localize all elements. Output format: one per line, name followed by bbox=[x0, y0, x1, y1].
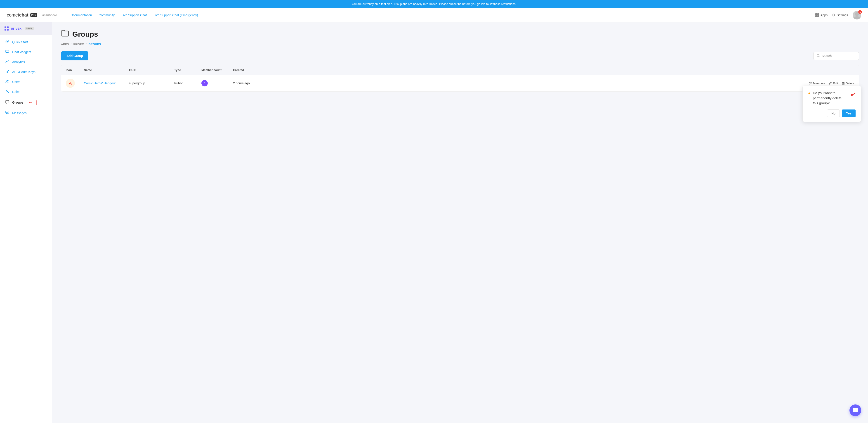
scribble-arrow-popup: ↙ bbox=[849, 90, 857, 98]
breadcrumb-groups: GROUPS bbox=[88, 43, 101, 46]
sidebar-label-messages: Messages bbox=[12, 111, 27, 115]
add-group-button[interactable]: Add Group bbox=[61, 51, 88, 60]
sidebar-app-name: privex bbox=[11, 26, 22, 31]
sidebar-label-analytics: Analytics bbox=[12, 60, 25, 64]
members-button[interactable]: Members bbox=[809, 82, 825, 85]
pagination: ‹ 1 › bbox=[61, 95, 859, 103]
api-auth-icon bbox=[5, 70, 9, 74]
cell-created: 2 hours ago bbox=[233, 81, 278, 85]
red-arrow-groups: ← bbox=[28, 100, 33, 105]
sidebar-item-api-auth[interactable]: API & Auth Keys bbox=[0, 67, 52, 77]
delete-button[interactable]: Delete bbox=[842, 82, 854, 85]
trial-banner: You are currently on a trial plan. Trial… bbox=[0, 0, 868, 8]
col-type: Type bbox=[174, 68, 202, 72]
group-avatar: A bbox=[66, 79, 75, 88]
delete-label: Delete bbox=[846, 82, 854, 85]
logo-dashboard: dashboard bbox=[40, 13, 57, 17]
members-icon bbox=[809, 82, 812, 85]
cell-member-count: 0 bbox=[202, 80, 233, 86]
col-created: Created bbox=[233, 68, 278, 72]
col-name: Name bbox=[84, 68, 129, 72]
row-actions: Members Edit Delete bbox=[278, 82, 854, 85]
group-name-link[interactable]: Comic Heros' Hangout bbox=[84, 81, 116, 85]
sidebar-label-groups: Groups bbox=[12, 101, 24, 104]
sidebar-nav: Quick Start Chat Widgets Analytics API &… bbox=[0, 35, 52, 120]
svg-point-7 bbox=[6, 90, 8, 92]
apps-grid-icon bbox=[815, 13, 819, 17]
svg-rect-2 bbox=[6, 50, 9, 53]
chat-fab-button[interactable] bbox=[849, 404, 861, 416]
chat-widgets-icon bbox=[5, 50, 9, 54]
svg-point-1 bbox=[854, 16, 860, 20]
logo-text: cometchat bbox=[7, 12, 29, 18]
popup-yes-button[interactable]: Yes bbox=[842, 110, 856, 117]
delete-popup-actions: No Yes bbox=[808, 110, 856, 117]
breadcrumb-sep-1: / bbox=[71, 43, 72, 46]
apps-button[interactable]: Apps bbox=[815, 13, 828, 17]
sidebar-label-api-auth: API & Auth Keys bbox=[12, 70, 35, 74]
col-actions bbox=[278, 68, 854, 72]
groups-table: Icon Name GUID Type Member count Created… bbox=[61, 65, 859, 92]
sidebar-item-messages[interactable]: Messages bbox=[0, 108, 52, 118]
sidebar-label-users: Users bbox=[12, 80, 21, 84]
quick-start-icon bbox=[5, 40, 9, 44]
svg-rect-18 bbox=[842, 83, 844, 85]
page-header: Groups bbox=[61, 29, 859, 39]
nav-community[interactable]: Community bbox=[99, 13, 115, 17]
logo-area: cometchat PRO dashboard bbox=[7, 12, 57, 18]
table-header: Icon Name GUID Type Member count Created bbox=[61, 65, 859, 75]
svg-point-4 bbox=[8, 70, 9, 71]
groups-icon bbox=[5, 100, 9, 105]
svg-line-12 bbox=[819, 56, 820, 57]
logo-pro-badge: PRO bbox=[30, 13, 37, 17]
search-icon bbox=[817, 54, 820, 58]
cell-type: Public bbox=[174, 81, 202, 85]
breadcrumb-apps: APPS bbox=[61, 43, 69, 46]
cell-icon: A bbox=[66, 79, 84, 88]
col-guid: GUID bbox=[129, 68, 174, 72]
sidebar-item-groups[interactable]: Groups ← | bbox=[0, 97, 52, 108]
sidebar-label-quick-start: Quick Start bbox=[12, 40, 28, 44]
delete-confirmation-popup: ● Do you want to permanently delete this… bbox=[802, 86, 861, 122]
edit-label: Edit bbox=[833, 82, 838, 85]
main-layout: privex TRIAL Quick Start Chat Widgets bbox=[0, 22, 868, 423]
delete-popup-header: ● Do you want to permanently delete this… bbox=[808, 90, 856, 106]
chat-fab-icon bbox=[852, 407, 858, 413]
table-row: A Comic Heros' Hangout supergroup Public… bbox=[61, 75, 859, 92]
popup-no-button[interactable]: No bbox=[827, 110, 840, 117]
nav-live-support[interactable]: Live Support Chat bbox=[121, 13, 147, 17]
sidebar-app-icon bbox=[4, 26, 8, 31]
trial-banner-text: You are currently on a trial plan. Trial… bbox=[352, 2, 517, 6]
settings-button[interactable]: ⚙ Settings bbox=[832, 13, 848, 17]
gear-icon: ⚙ bbox=[832, 13, 835, 17]
roles-icon bbox=[5, 90, 9, 94]
svg-text:A: A bbox=[68, 81, 72, 86]
svg-point-6 bbox=[8, 80, 9, 81]
toolbar: Add Group bbox=[61, 51, 859, 60]
search-box bbox=[813, 52, 859, 60]
nav-documentation[interactable]: Documentation bbox=[70, 13, 92, 17]
delete-popup-text: Do you want to permanently delete this g… bbox=[813, 90, 847, 106]
breadcrumb-sep-2: / bbox=[86, 43, 87, 46]
warning-icon: ● bbox=[808, 91, 811, 96]
avatar-wrap[interactable]: 1 bbox=[852, 11, 861, 20]
edit-icon bbox=[829, 82, 832, 85]
member-count-badge: 0 bbox=[202, 80, 208, 86]
sidebar-item-quick-start[interactable]: Quick Start bbox=[0, 37, 52, 47]
nav-live-emergency[interactable]: Live Support Chat (Emergency) bbox=[153, 13, 198, 17]
edit-button[interactable]: Edit bbox=[829, 82, 838, 85]
sidebar-item-users[interactable]: Users bbox=[0, 77, 52, 87]
sidebar-item-chat-widgets[interactable]: Chat Widgets bbox=[0, 47, 52, 57]
svg-rect-8 bbox=[6, 111, 9, 113]
svg-point-16 bbox=[811, 82, 812, 83]
apps-label: Apps bbox=[820, 13, 828, 17]
svg-point-15 bbox=[809, 82, 811, 83]
header: cometchat PRO dashboard Documentation Co… bbox=[0, 8, 868, 22]
sidebar: privex TRIAL Quick Start Chat Widgets bbox=[0, 22, 52, 423]
sidebar-item-analytics[interactable]: Analytics bbox=[0, 57, 52, 67]
search-input[interactable] bbox=[822, 54, 856, 58]
analytics-icon bbox=[5, 60, 9, 64]
nav-links: Documentation Community Live Support Cha… bbox=[70, 13, 815, 17]
sidebar-item-roles[interactable]: Roles bbox=[0, 87, 52, 97]
svg-point-3 bbox=[6, 71, 8, 73]
